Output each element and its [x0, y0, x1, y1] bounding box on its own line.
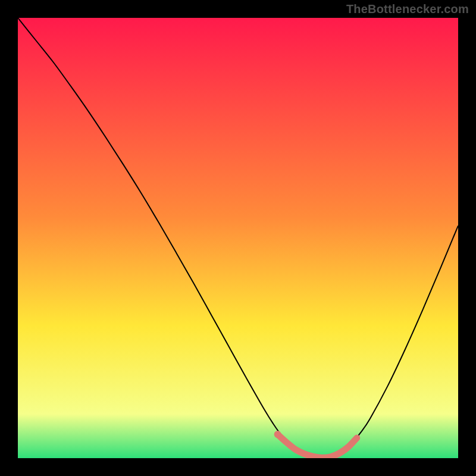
optimal-zone-dot [274, 431, 281, 438]
chart-svg [18, 18, 458, 458]
chart-frame: TheBottlenecker.com [0, 0, 476, 476]
gradient-background [18, 18, 458, 458]
plot-area [18, 18, 458, 458]
watermark-text: TheBottlenecker.com [346, 2, 469, 16]
